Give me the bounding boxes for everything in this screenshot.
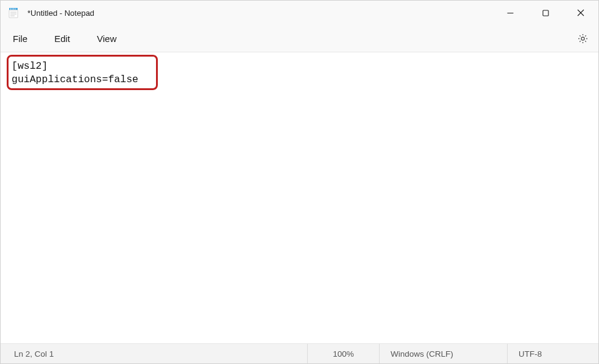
status-zoom: 100% <box>307 344 379 363</box>
menu-file[interactable]: File <box>8 30 32 47</box>
status-encoding: UTF-8 <box>507 344 598 363</box>
minimize-button[interactable] <box>492 1 528 25</box>
svg-rect-2 <box>12 9 13 10</box>
menu-edit[interactable]: Edit <box>49 30 75 47</box>
svg-point-13 <box>581 37 584 40</box>
svg-rect-10 <box>543 10 548 16</box>
svg-rect-1 <box>10 9 11 10</box>
editor-area <box>1 52 598 344</box>
text-editor[interactable] <box>1 52 598 343</box>
window-title: *Untitled - Notepad <box>27 9 94 18</box>
svg-rect-4 <box>15 9 16 10</box>
status-line-ending: Windows (CRLF) <box>379 344 507 363</box>
menu-view[interactable]: View <box>92 30 121 47</box>
titlebar: *Untitled - Notepad <box>1 1 598 25</box>
svg-rect-3 <box>13 9 14 10</box>
notepad-icon <box>8 7 19 18</box>
settings-button[interactable] <box>575 30 591 47</box>
menubar: File Edit View <box>1 25 598 52</box>
window-controls <box>492 1 598 25</box>
status-position: Ln 2, Col 1 <box>1 344 307 363</box>
close-button[interactable] <box>563 1 598 25</box>
statusbar: Ln 2, Col 1 100% Windows (CRLF) UTF-8 <box>1 344 598 363</box>
maximize-button[interactable] <box>528 1 563 25</box>
